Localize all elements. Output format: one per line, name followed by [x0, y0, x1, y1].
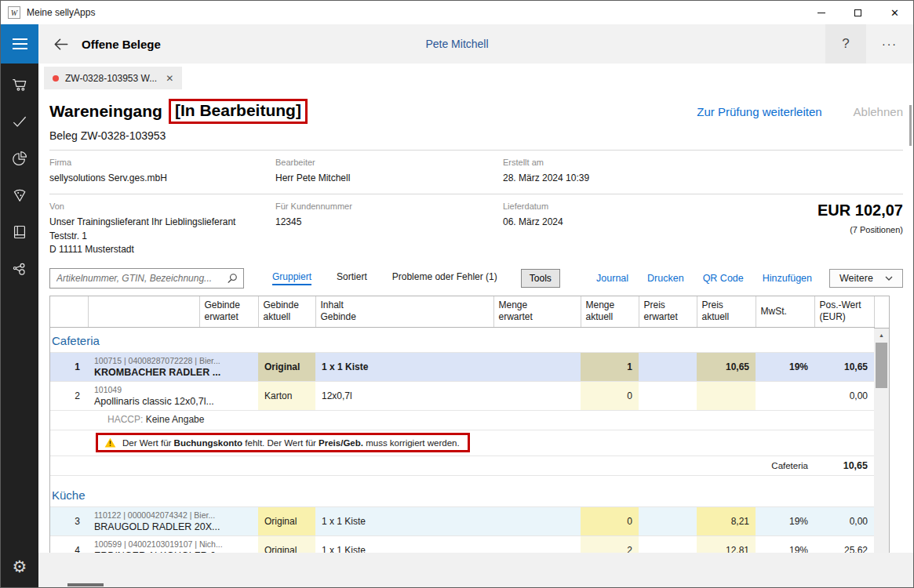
- horizontal-scrollbar-thumb[interactable]: [67, 583, 104, 586]
- document-title: Wareneingang: [49, 102, 162, 121]
- back-arrow-icon: [52, 35, 70, 53]
- pizza-icon[interactable]: [1, 176, 38, 213]
- cell-preis-aktuell[interactable]: [697, 382, 756, 411]
- minimize-button[interactable]: [803, 1, 839, 24]
- table-scrollbar[interactable]: ▲ ▼: [874, 328, 889, 553]
- toolbar-links: Journal Drucken QR Code Hinzufügen: [596, 273, 812, 284]
- chevron-down-icon: [885, 276, 893, 281]
- search-box: [49, 268, 244, 289]
- row-number: 4: [50, 536, 88, 553]
- filter-sortiert[interactable]: Sortiert: [337, 271, 367, 285]
- cell-inhalt-gebinde: 1 x 1 Kiste: [315, 507, 493, 536]
- field-kundennummer: Für Kundennummer 12345: [275, 201, 503, 256]
- table-row[interactable]: 3110122 | 0000042074342 | Bier...BRAUGOL…: [50, 507, 874, 536]
- cell-menge-erwartet: [493, 353, 581, 382]
- sidebar: ⚙: [1, 64, 38, 587]
- haccp-note-row: HACCP: Keine Angabe: [50, 411, 874, 430]
- scrollbar-thumb[interactable]: [876, 343, 887, 388]
- tab-close-icon[interactable]: ✕: [166, 73, 173, 84]
- tools-button[interactable]: Tools: [521, 269, 560, 288]
- article-code: 110122 | 0000042074342 | Bier...: [94, 510, 193, 520]
- bottom-strip: [38, 553, 913, 587]
- share-icon[interactable]: [1, 250, 38, 287]
- cell-pos-wert: 0,00: [814, 507, 874, 536]
- cell-gebinde-aktuell[interactable]: Original: [258, 507, 315, 536]
- menu-button[interactable]: [1, 24, 38, 64]
- page-scrollbar-thumb[interactable]: [909, 105, 912, 146]
- reject-button[interactable]: Ablehnen: [854, 105, 903, 118]
- cell-mwst: 19%: [756, 536, 814, 553]
- maximize-button[interactable]: [839, 1, 876, 24]
- cell-mwst: 19%: [756, 353, 814, 382]
- cell-menge-erwartet: [493, 507, 581, 536]
- cell-gebinde-aktuell[interactable]: Karton: [258, 382, 315, 411]
- cell-inhalt-gebinde: 12x0,7l: [315, 382, 493, 411]
- scroll-up-icon[interactable]: ▲: [874, 328, 889, 342]
- content-area: ZW-0328-103953 W... ✕ Wareneingang [In B…: [38, 64, 913, 587]
- group-name: Küche: [50, 476, 874, 507]
- forward-for-review-button[interactable]: Zur Prüfung weiterleiten: [697, 105, 821, 118]
- weitere-dropdown[interactable]: Weitere: [829, 269, 903, 288]
- table-row[interactable]: 4100599 | 04002103019107 | Nich...ERDING…: [50, 536, 874, 553]
- qr-code-link[interactable]: QR Code: [703, 273, 744, 284]
- cart-icon[interactable]: [1, 66, 38, 103]
- info-row-1: Firma sellysolutions Serv.ges.mbH Bearbe…: [49, 151, 903, 194]
- cell-menge-aktuell[interactable]: 0: [581, 507, 639, 536]
- hamburger-icon: [13, 38, 27, 40]
- column-header-7: Preis erwartet: [639, 296, 697, 328]
- pie-chart-icon[interactable]: [1, 140, 38, 176]
- article-cell: 101049Apollinaris classic 12x0,7l...: [88, 382, 199, 411]
- app-logo-icon: W: [8, 6, 20, 19]
- settings-icon[interactable]: ⚙: [13, 551, 27, 583]
- cell-menge-aktuell[interactable]: 0: [581, 382, 639, 411]
- book-icon[interactable]: [1, 213, 38, 250]
- cell-menge-aktuell[interactable]: 2: [581, 536, 639, 553]
- position-count: (7 Positionen): [818, 225, 903, 234]
- info-row-2: Von Unser Trainingslieferant Ihr Lieblin…: [49, 194, 903, 260]
- cell-gebinde-aktuell[interactable]: Original: [258, 536, 315, 553]
- drucken-link[interactable]: Drucken: [647, 273, 684, 284]
- column-header-1: [88, 296, 199, 328]
- close-icon: ✕: [890, 8, 899, 18]
- help-button[interactable]: ?: [825, 24, 866, 64]
- group-subtotal-row: Cafeteria10,65: [50, 456, 874, 476]
- column-header-0: [50, 296, 88, 328]
- tab-label: ZW-0328-103953 W...: [65, 73, 157, 84]
- cell-mwst: [756, 382, 814, 411]
- field-bearbeiter: Bearbeiter Herr Pete Mitchell: [275, 158, 503, 185]
- article-cell: 100715 | 04008287072228 | Bier...KROMBAC…: [88, 353, 199, 382]
- cell-inhalt-gebinde: 1 x 1 Kiste: [315, 536, 493, 553]
- close-button[interactable]: ✕: [876, 1, 913, 24]
- document-panel: Wareneingang [In Bearbeitung] Zur Prüfun…: [38, 89, 913, 553]
- window-controls: ✕: [803, 1, 913, 24]
- table-row[interactable]: 1100715 | 04008287072228 | Bier...KROMBA…: [50, 353, 874, 382]
- validation-warning-row: Der Wert für Buchungskonto fehlt. Der We…: [50, 430, 874, 456]
- document-number: Beleg ZW-0328-103953: [49, 129, 903, 142]
- check-icon[interactable]: [1, 103, 38, 140]
- document-tab[interactable]: ZW-0328-103953 W... ✕: [44, 67, 182, 89]
- table-row[interactable]: 2101049Apollinaris classic 12x0,7l...Kar…: [50, 382, 874, 411]
- hinzufuegen-link[interactable]: Hinzufügen: [763, 273, 812, 284]
- subtotal-value: 10,65: [814, 456, 874, 476]
- unsaved-dot-icon: [53, 75, 59, 82]
- cell-gebinde-aktuell[interactable]: Original: [258, 353, 315, 382]
- filter-gruppiert[interactable]: Gruppiert: [272, 271, 311, 285]
- header-more-button[interactable]: ···: [866, 24, 913, 64]
- tab-bar: ZW-0328-103953 W... ✕: [38, 64, 913, 89]
- cell-menge-aktuell[interactable]: 1: [581, 353, 639, 382]
- cell-preis-aktuell[interactable]: 8,21: [697, 507, 756, 536]
- filter-probleme[interactable]: Probleme oder Fehler (1): [392, 271, 497, 285]
- column-header-9: MwSt.: [756, 296, 814, 328]
- cell-menge-erwartet: [493, 382, 581, 411]
- scrollbar-track[interactable]: [874, 388, 889, 552]
- app-header: Offene Belege Pete Mitchell ? ···: [1, 24, 913, 64]
- cell-preis-aktuell[interactable]: 10,65: [697, 353, 756, 382]
- journal-link[interactable]: Journal: [596, 273, 628, 284]
- back-button[interactable]: [49, 32, 72, 56]
- row-number: [50, 411, 88, 430]
- column-header-8: Preis aktuell: [697, 296, 756, 328]
- user-menu[interactable]: Pete Mitchell: [425, 38, 488, 50]
- cell-preis-aktuell[interactable]: 12,81: [697, 536, 756, 553]
- column-header-2: Gebinde erwartet: [199, 296, 258, 328]
- search-input[interactable]: [56, 273, 227, 284]
